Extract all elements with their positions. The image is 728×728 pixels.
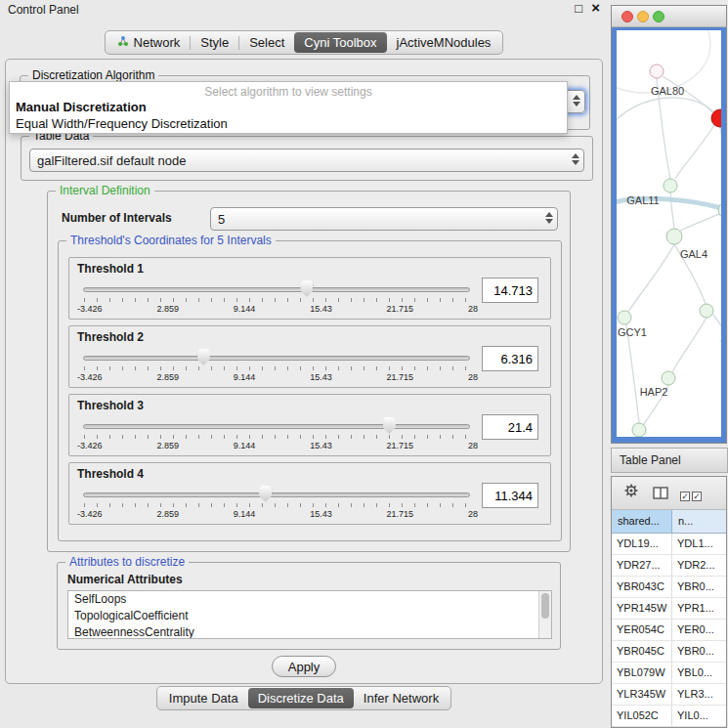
threshold-value-field[interactable] (482, 278, 538, 303)
network-node[interactable] (632, 423, 646, 437)
network-node-label: GAL4 (680, 248, 707, 260)
tab-cyni-toolbox[interactable]: Cyni Toolbox (294, 32, 386, 53)
table-row[interactable]: YPR145W YPR1... (612, 598, 726, 620)
table-row[interactable]: YBR045C YBR0... (612, 641, 726, 663)
table-data-group: Table Data galFiltered.sif default node (21, 136, 593, 181)
table-row[interactable]: YBR043C YBR0... (612, 577, 726, 598)
network-node[interactable] (666, 229, 682, 244)
network-node-label: GAL80 (651, 85, 684, 97)
tab-label: Style (200, 35, 229, 50)
network-icon (117, 35, 129, 50)
list-item[interactable]: BetweennessCentrality (68, 624, 551, 639)
table-row[interactable]: YDL19... YDL1... (612, 534, 726, 555)
slider-track[interactable] (83, 287, 470, 292)
table-body: YDL19... YDL1... YDR27... YDR2... YBR043… (612, 534, 726, 727)
gear-icon[interactable] (623, 483, 639, 502)
table-panel-title: Table Panel (620, 453, 681, 467)
tab-label: Cyni Toolbox (304, 35, 376, 50)
tab-network[interactable]: Network (107, 32, 191, 53)
network-node[interactable] (718, 202, 721, 218)
column-header-shared-name[interactable]: shared... (612, 510, 672, 533)
table-toolbar: ✓✓ (612, 477, 726, 510)
network-canvas[interactable]: GAL80GAL11GAL4GCY1HAP2 (617, 30, 721, 437)
slider-ticks (84, 366, 469, 370)
float-window-icon[interactable]: □ (575, 1, 582, 16)
zoom-traffic-light-icon[interactable] (653, 11, 664, 22)
slider-thumb[interactable] (259, 486, 272, 502)
threshold-value-field[interactable] (482, 414, 538, 440)
table-row[interactable]: YIL052C YIL0... (612, 706, 726, 727)
threshold-slider: -3.426 2.859 9.144 15.43 21.715 28 (83, 348, 470, 383)
table-panel-window: ✓✓ shared... n... YDL19... YDL1... YDR27… (611, 476, 727, 728)
top-tab-bar: Network Style Select Cyni Toolbox jActiv… (0, 30, 608, 55)
network-node[interactable] (711, 109, 721, 127)
stepper-icon (572, 153, 579, 165)
slider-track[interactable] (83, 492, 470, 497)
slider-ticks (84, 435, 469, 439)
slider-thumb[interactable] (300, 280, 313, 297)
threshold-label: Threshold 4 (77, 467, 144, 481)
tab-infer-network[interactable]: Infer Network (354, 688, 449, 708)
threshold-slider: -3.426 2.859 9.144 15.43 21.715 28 (83, 485, 470, 520)
slider-track[interactable] (83, 356, 470, 361)
table-row[interactable]: YBL079W YBL0... (612, 663, 726, 684)
slider-scale: -3.426 2.859 9.144 15.43 21.715 28 (77, 509, 478, 519)
group-label: Threshold's Coordinates for 5 Intervals (66, 234, 276, 247)
columns-icon[interactable] (653, 486, 668, 503)
network-node[interactable] (618, 311, 631, 324)
tab-jactivemnodules[interactable]: jActiveMNodules (387, 32, 501, 53)
interval-definition-group: Interval Definition Number of Intervals … (47, 191, 571, 552)
network-node[interactable] (664, 179, 677, 193)
network-node-label: GAL11 (626, 194, 659, 206)
number-of-intervals-select[interactable]: 5 (210, 207, 558, 231)
table-row[interactable]: YER054C YER0... (612, 620, 726, 641)
dropdown-placeholder: Select algorithm to view settings (10, 82, 567, 99)
close-traffic-light-icon[interactable] (621, 11, 633, 22)
stepper-icon (573, 95, 580, 107)
attributes-list: SelfLoops TopologicalCoefficient Between… (67, 590, 552, 639)
network-node[interactable] (650, 64, 664, 78)
table-panel-bar[interactable]: Table Panel (611, 448, 728, 473)
dropdown-option-equal-width-frequency[interactable]: Equal Width/Frequency Discretization (10, 115, 567, 132)
checkbox-filter-icon[interactable]: ✓✓ (680, 486, 704, 503)
slider-thumb[interactable] (197, 349, 210, 365)
dropdown-option-manual-discretization[interactable]: Manual Discretization (10, 99, 567, 115)
minimize-traffic-light-icon[interactable] (637, 11, 649, 22)
list-item[interactable]: TopologicalCoefficient (68, 608, 551, 624)
threshold-panel-3: Threshold 3 -3.426 2.859 9.144 15.43 21.… (68, 394, 551, 456)
column-header-name[interactable]: n... (672, 510, 726, 533)
slider-track[interactable] (83, 424, 470, 429)
group-label: Attributes to discretize (65, 555, 189, 569)
slider-scale: -3.426 2.859 9.144 15.43 21.715 28 (77, 441, 478, 450)
threshold-value-field[interactable] (482, 483, 538, 508)
table-row[interactable]: YLR345W YLR3... (612, 684, 726, 706)
scrollbar[interactable] (538, 591, 551, 638)
panel-title: Control Panel (8, 3, 79, 17)
tab-impute-data[interactable]: Impute Data (159, 688, 248, 708)
slider-scale: -3.426 2.859 9.144 15.43 21.715 28 (77, 372, 478, 382)
tab-label: Impute Data (169, 691, 238, 706)
stepper-icon (545, 212, 553, 224)
tab-style[interactable]: Style (191, 32, 238, 53)
network-node[interactable] (662, 371, 675, 385)
close-icon[interactable]: × (591, 0, 600, 16)
table-data-select[interactable]: galFiltered.sif default node (29, 149, 584, 172)
table-data-selected-value: galFiltered.sif default node (37, 153, 186, 168)
scrollbar-thumb[interactable] (541, 593, 549, 619)
network-window-titlebar[interactable] (612, 6, 726, 27)
network-view-window: GAL80GAL11GAL4GCY1HAP2 (611, 5, 727, 444)
threshold-value-field[interactable] (482, 346, 538, 371)
network-node[interactable] (700, 304, 713, 318)
tab-select[interactable]: Select (239, 32, 294, 53)
tab-label: jActiveMNodules (397, 35, 492, 50)
numerical-attributes-label: Numerical Attributes (67, 573, 183, 586)
group-label: Interval Definition (56, 184, 154, 197)
threshold-slider: -3.426 2.859 9.144 15.43 21.715 28 (83, 416, 470, 451)
threshold-label: Threshold 3 (77, 399, 144, 412)
tab-label: Infer Network (364, 691, 439, 706)
apply-button[interactable]: Apply (272, 656, 336, 677)
slider-thumb[interactable] (383, 417, 396, 434)
list-item[interactable]: SelfLoops (68, 591, 551, 608)
tab-discretize-data[interactable]: Discretize Data (248, 688, 354, 708)
table-row[interactable]: YDR27... YDR2... (612, 555, 726, 577)
